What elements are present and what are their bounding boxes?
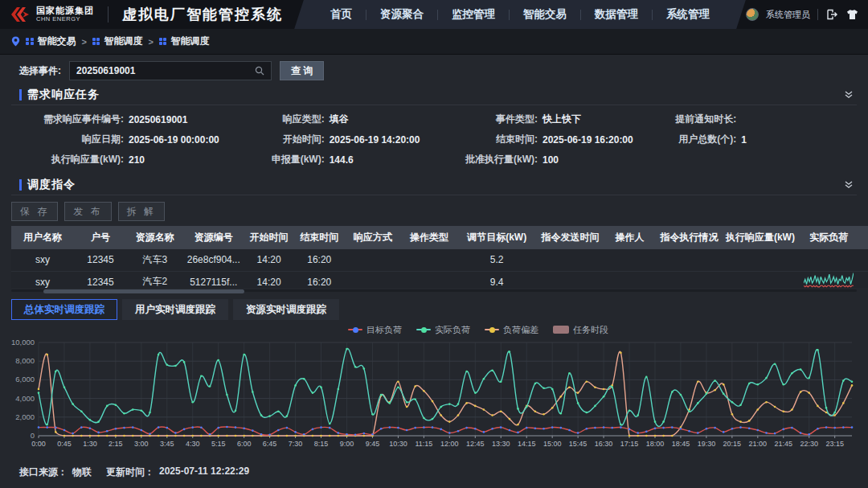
legend-line-icon — [348, 329, 362, 330]
cell: 14:20 — [244, 249, 294, 271]
footer-info: 接口来源： 物联 更新时间： 2025-07-11 12:22:29 — [0, 457, 868, 488]
nav-item-1[interactable]: 首页 — [317, 7, 366, 22]
y-axis-tick-label: 4,000 — [15, 394, 35, 403]
x-axis-tick-label: 21:00 — [749, 440, 768, 448]
cell: 16:20 — [293, 249, 345, 271]
cell: 9.4 — [457, 271, 537, 288]
breadcrumb-separator: > — [148, 37, 153, 47]
table-row[interactable]: sxy12345汽车25127115f...14:2016:209.4 — [11, 271, 868, 288]
x-axis-tick-label: 8:15 — [314, 440, 329, 448]
cell: sxy — [11, 271, 74, 288]
cell: 12345 — [74, 249, 127, 271]
disassemble-button[interactable]: 拆 解 — [118, 202, 165, 221]
tab-tracking-3[interactable]: 资源实时调度跟踪 — [233, 299, 339, 320]
chart-legend: 目标负荷实际负荷负荷偏差任务时段 — [8, 323, 860, 336]
series-line-目标负荷 — [39, 427, 852, 435]
x-axis-tick-label: 20:15 — [723, 440, 742, 448]
nav-item-5[interactable]: 数据管理 — [581, 7, 652, 22]
task-field-9: 执行响应量(kW):210 — [11, 153, 236, 166]
x-axis-tick-label: 21:45 — [775, 440, 793, 448]
field-value: 144.6 — [330, 154, 354, 166]
main-content: 选择事件: 20250619001 查 询 需求响应任务 需求响应事件编号:20… — [0, 55, 868, 488]
legend-item[interactable]: 实际负荷 — [416, 324, 470, 336]
breadcrumb-item-2[interactable]: 智能调度 — [92, 35, 143, 48]
nav-item-2[interactable]: 资源聚合 — [366, 7, 437, 22]
field-value: 2025-06-19 00:00:00 — [129, 134, 219, 146]
dispatch-table-wrap: 用户名称户号资源名称资源编号开始时间结束时间响应方式操作类型调节目标(kW)指令… — [11, 226, 868, 288]
field-label: 执行响应量(kW): — [11, 153, 124, 166]
x-axis-tick-label: 23:15 — [825, 440, 844, 448]
cell — [604, 249, 656, 271]
dispatch-table: 用户名称户号资源名称资源编号开始时间结束时间响应方式操作类型调节目标(kW)指令… — [11, 226, 868, 288]
theme-skin-icon[interactable] — [845, 8, 858, 21]
x-axis-tick-label: 7:30 — [289, 440, 303, 448]
cell — [345, 249, 401, 271]
logout-icon[interactable] — [825, 8, 838, 21]
legend-label: 负荷偏差 — [503, 324, 538, 336]
legend-item[interactable]: 任务时段 — [553, 324, 608, 336]
event-filter-row: 选择事件: 20250619001 查 询 — [0, 55, 868, 84]
tab-tracking-2[interactable]: 用户实时调度跟踪 — [122, 299, 228, 320]
x-axis-tick-label: 12:00 — [440, 440, 459, 448]
field-label: 响应类型: — [236, 113, 325, 126]
grid-icon — [26, 38, 34, 46]
save-button[interactable]: 保 存 — [11, 202, 58, 221]
column-header-15: 执行 — [860, 226, 868, 249]
x-axis-tick-label: 17:15 — [620, 440, 639, 448]
cell: 5.2 — [457, 249, 537, 271]
series-line-实际负荷 — [39, 348, 852, 426]
legend-dot-icon — [421, 327, 427, 333]
nav-item-6[interactable]: 系统管理 — [653, 7, 723, 22]
field-label: 需求响应事件编号: — [11, 113, 124, 126]
breadcrumb: 智能交易>智能调度>智能调度 — [0, 29, 868, 55]
legend-label: 任务时段 — [573, 324, 608, 336]
scrollbar-thumb[interactable] — [43, 289, 244, 293]
cell — [655, 271, 723, 288]
x-axis-tick-label: 0:45 — [57, 440, 72, 448]
x-axis-tick-label: 14:15 — [518, 440, 536, 448]
field-value: 20250619001 — [129, 114, 187, 125]
cell: 14:20 — [244, 271, 294, 288]
query-button[interactable]: 查 询 — [280, 61, 324, 80]
tab-tracking-1[interactable]: 总体实时调度跟踪 — [11, 299, 117, 320]
collapse-chevron-icon[interactable] — [844, 90, 854, 100]
field-label: 结束时间: — [443, 133, 538, 146]
field-label: 提前通知时长: — [649, 113, 736, 126]
legend-label: 目标负荷 — [366, 324, 402, 336]
task-field-1: 需求响应事件编号:20250619001 — [11, 113, 236, 126]
cell — [655, 249, 723, 271]
publish-button[interactable]: 发 布 — [64, 202, 111, 221]
table-horizontal-scrollbar[interactable] — [11, 289, 857, 292]
breadcrumb-item-1[interactable]: 智能交易 — [26, 35, 76, 48]
page: 国家能源集团 CHN ENERGY 虚拟电厂智能管控系统 首页资源聚合监控管理智… — [0, 0, 868, 488]
breadcrumb-label: 智能调度 — [104, 35, 142, 48]
breadcrumb-item-3[interactable]: 智能调度 — [159, 35, 210, 48]
field-label: 开始时间: — [236, 133, 325, 146]
cell: 26e8cf904... — [183, 249, 244, 271]
x-axis-tick-label: 3:00 — [134, 440, 149, 448]
field-value: 210 — [129, 154, 145, 166]
collapse-chevron-icon[interactable] — [844, 180, 854, 190]
table-row[interactable]: sxy12345汽车326e8cf904...14:2016:205.2 — [11, 249, 868, 271]
column-header-10: 指令发送时间 — [536, 226, 604, 249]
tracking-chart: 02,0004,0006,0008,00010,0000:000:451:302… — [8, 336, 860, 457]
nav-item-3[interactable]: 监控管理 — [438, 7, 509, 22]
event-select-value: 20250619001 — [76, 65, 135, 76]
app-title: 虚拟电厂智能管控系统 — [122, 5, 283, 24]
nav-item-4[interactable]: 智能交易 — [510, 7, 580, 22]
task-field-11: 批准执行量(kW):100 — [443, 153, 649, 166]
x-axis-tick-label: 15:45 — [569, 440, 588, 448]
column-header-4: 资源编号 — [183, 226, 244, 249]
task-field-5: 响应日期:2025-06-19 00:00:00 — [11, 133, 236, 146]
field-label: 事件类型: — [443, 113, 538, 126]
org-name-en: CHN ENERGY — [36, 16, 94, 23]
updated-label: 更新时间： — [106, 465, 154, 479]
legend-item[interactable]: 负荷偏差 — [485, 324, 538, 336]
column-header-5: 开始时间 — [244, 226, 294, 249]
cell: sxy — [11, 249, 74, 271]
legend-item[interactable]: 目标负荷 — [348, 324, 402, 336]
event-select-input[interactable]: 20250619001 — [69, 61, 272, 80]
task-section-title: 需求响应任务 — [27, 88, 100, 102]
avatar[interactable] — [746, 8, 759, 21]
event-select-label: 选择事件: — [19, 64, 61, 78]
